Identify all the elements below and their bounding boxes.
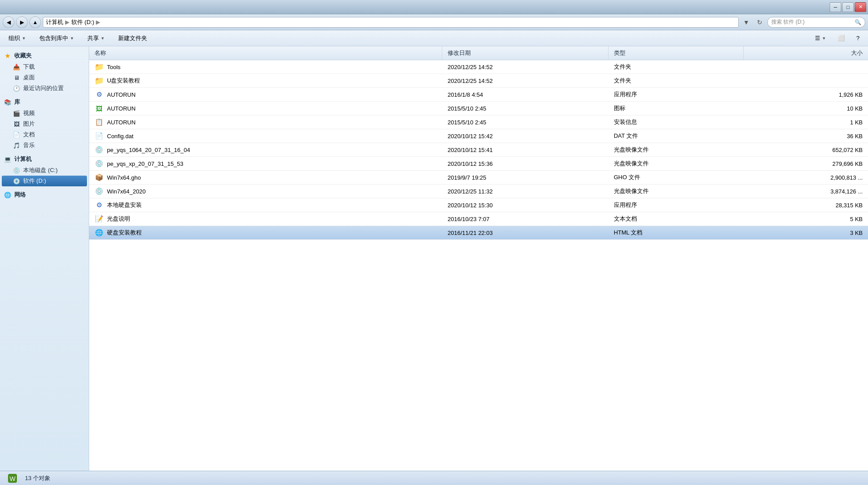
help-button[interactable]: ? bbox=[852, 32, 864, 45]
sidebar-item-recent[interactable]: 🕐 最近访问的位置 bbox=[2, 83, 87, 94]
table-row[interactable]: 🌐 硬盘安装教程 2016/11/21 22:03 HTML 文档 3 KB bbox=[89, 226, 868, 240]
file-name: U盘安装教程 bbox=[107, 77, 140, 85]
file-type-icon: 💿 bbox=[95, 145, 103, 154]
table-row[interactable]: 📄 Config.dat 2020/10/12 15:42 DAT 文件 36 … bbox=[89, 129, 868, 143]
close-button[interactable]: ✕ bbox=[855, 2, 866, 12]
file-size: 5 KB bbox=[743, 212, 868, 226]
file-name-cell: 📁 Tools bbox=[89, 60, 442, 74]
pictures-icon: 🖼 bbox=[12, 120, 21, 128]
table-row[interactable]: 🖼 AUTORUN 2015/5/10 2:45 图标 10 KB bbox=[89, 102, 868, 115]
sidebar-item-pictures[interactable]: 🖼 图片 bbox=[2, 119, 87, 129]
file-modified: 2020/10/12 15:30 bbox=[442, 198, 609, 212]
table-row[interactable]: ⚙ 本地硬盘安装 2020/10/12 15:30 应用程序 28,315 KB bbox=[89, 198, 868, 212]
file-name: 本地硬盘安装 bbox=[107, 201, 142, 209]
pictures-label: 图片 bbox=[23, 120, 35, 128]
col-modified[interactable]: 修改日期 bbox=[442, 46, 609, 60]
address-path[interactable]: 计算机 ▶ 软件 (D:) ▶ bbox=[43, 17, 739, 28]
maximize-button[interactable]: □ bbox=[842, 2, 854, 12]
forward-button[interactable]: ▶ bbox=[16, 16, 28, 28]
col-name[interactable]: 名称 bbox=[89, 46, 442, 60]
up-button[interactable]: ▲ bbox=[29, 16, 41, 28]
file-type: 光盘映像文件 bbox=[609, 157, 744, 171]
table-row[interactable]: 📁 U盘安装教程 2020/12/25 14:52 文件夹 bbox=[89, 74, 868, 88]
search-box[interactable]: 搜索 软件 (D:) 🔍 bbox=[767, 17, 865, 28]
file-type-icon: 📋 bbox=[95, 118, 103, 127]
file-size bbox=[743, 74, 868, 88]
file-size: 28,315 KB bbox=[743, 198, 868, 212]
sidebar-item-video[interactable]: 🎬 视频 bbox=[2, 108, 87, 119]
svg-text:W: W bbox=[9, 475, 16, 482]
file-size: 652,072 KB bbox=[743, 143, 868, 157]
preview-button[interactable]: ⬜ bbox=[833, 32, 850, 45]
sidebar-item-music[interactable]: 🎵 音乐 bbox=[2, 140, 87, 151]
file-name-cell: ⚙ AUTORUN bbox=[89, 88, 442, 102]
library-label: 库 bbox=[14, 98, 20, 106]
help-icon: ? bbox=[856, 35, 860, 41]
minimize-button[interactable]: ─ bbox=[830, 2, 841, 12]
computer-icon: 💻 bbox=[4, 155, 12, 163]
file-type-icon: 📄 bbox=[95, 132, 103, 140]
file-type-icon: 🖼 bbox=[95, 104, 103, 113]
table-row[interactable]: 📝 光盘说明 2016/10/23 7:07 文本文档 5 KB bbox=[89, 212, 868, 226]
table-row[interactable]: 💿 Win7x64_2020 2020/12/25 11:32 光盘映像文件 3… bbox=[89, 185, 868, 198]
video-label: 视频 bbox=[23, 109, 35, 117]
breadcrumb-drive[interactable]: 软件 (D:) bbox=[71, 18, 94, 26]
computer-group[interactable]: 💻 计算机 bbox=[0, 153, 89, 165]
table-row[interactable]: 💿 pe_yqs_1064_20_07_31_16_04 2020/10/12 … bbox=[89, 143, 868, 157]
view-icon: ☰ bbox=[815, 35, 820, 41]
file-name: Win7x64.gho bbox=[107, 174, 141, 181]
file-name: AUTORUN bbox=[107, 119, 136, 126]
table-row[interactable]: 📋 AUTORUN 2015/5/10 2:45 安装信息 1 KB bbox=[89, 115, 868, 129]
share-button[interactable]: 共享 ▼ bbox=[82, 32, 110, 45]
file-modified: 2016/10/23 7:07 bbox=[442, 212, 609, 226]
file-modified: 2015/5/10 2:45 bbox=[442, 102, 609, 115]
col-size[interactable]: 大小 bbox=[743, 46, 868, 60]
file-name: Config.dat bbox=[107, 133, 133, 140]
table-row[interactable]: ⚙ AUTORUN 2016/1/8 4:54 应用程序 1,926 KB bbox=[89, 88, 868, 102]
local-d-label: 软件 (D:) bbox=[23, 177, 46, 185]
favorites-group[interactable]: ★ 收藏夹 bbox=[0, 50, 89, 62]
file-size bbox=[743, 60, 868, 74]
table-row[interactable]: 📦 Win7x64.gho 2019/9/7 19:25 GHO 文件 2,90… bbox=[89, 171, 868, 185]
sidebar-item-local-d[interactable]: 💿 软件 (D:) bbox=[2, 176, 87, 186]
file-type: GHO 文件 bbox=[609, 171, 744, 185]
documents-icon: 📄 bbox=[12, 131, 21, 139]
sidebar-item-desktop[interactable]: 🖥 桌面 bbox=[2, 72, 87, 83]
network-label: 网络 bbox=[14, 191, 26, 199]
new-folder-button[interactable]: 新建文件夹 bbox=[113, 32, 152, 45]
refresh-button[interactable]: ↻ bbox=[754, 16, 765, 28]
archive-button[interactable]: 包含到库中 ▼ bbox=[34, 32, 79, 45]
file-type-icon: 📁 bbox=[95, 76, 103, 85]
file-type-icon: 🌐 bbox=[95, 228, 103, 237]
dropdown-button[interactable]: ▼ bbox=[740, 16, 752, 28]
table-row[interactable]: 💿 pe_yqs_xp_20_07_31_15_53 2020/10/12 15… bbox=[89, 157, 868, 171]
favorites-label: 收藏夹 bbox=[14, 52, 32, 60]
sidebar-item-local-c[interactable]: 💿 本地磁盘 (C:) bbox=[2, 165, 87, 176]
library-group[interactable]: 📚 库 bbox=[0, 96, 89, 108]
file-modified: 2016/11/21 22:03 bbox=[442, 226, 609, 240]
organize-arrow: ▼ bbox=[22, 36, 26, 41]
file-type: 文件夹 bbox=[609, 74, 744, 88]
sidebar-item-documents[interactable]: 📄 文档 bbox=[2, 129, 87, 140]
status-count: 13 个对象 bbox=[25, 474, 50, 482]
view-arrow: ▼ bbox=[822, 36, 826, 41]
file-name: AUTORUN bbox=[107, 91, 136, 98]
back-button[interactable]: ◀ bbox=[3, 16, 14, 28]
view-button[interactable]: ☰ ▼ bbox=[810, 32, 831, 45]
main-layout: ★ 收藏夹 📥 下载 🖥 桌面 🕐 最近访问的位置 📚 库 bbox=[0, 46, 868, 471]
organize-button[interactable]: 组织 ▼ bbox=[4, 32, 31, 45]
table-header: 名称 修改日期 类型 大小 bbox=[89, 46, 868, 60]
network-group[interactable]: 🌐 网络 bbox=[0, 189, 89, 201]
file-modified: 2019/9/7 19:25 bbox=[442, 171, 609, 185]
computer-label: 计算机 bbox=[14, 155, 32, 163]
table-row[interactable]: 📁 Tools 2020/12/25 14:52 文件夹 bbox=[89, 60, 868, 74]
breadcrumb-computer[interactable]: 计算机 bbox=[46, 18, 63, 26]
file-size: 3,874,126 ... bbox=[743, 185, 868, 198]
col-type[interactable]: 类型 bbox=[609, 46, 744, 60]
file-size: 1 KB bbox=[743, 115, 868, 129]
search-placeholder: 搜索 软件 (D:) bbox=[771, 18, 855, 26]
file-size: 1,926 KB bbox=[743, 88, 868, 102]
search-icon[interactable]: 🔍 bbox=[855, 19, 861, 25]
sidebar-item-downloads[interactable]: 📥 下载 bbox=[2, 62, 87, 72]
library-section: 📚 库 🎬 视频 🖼 图片 📄 文档 🎵 音乐 bbox=[0, 96, 89, 151]
